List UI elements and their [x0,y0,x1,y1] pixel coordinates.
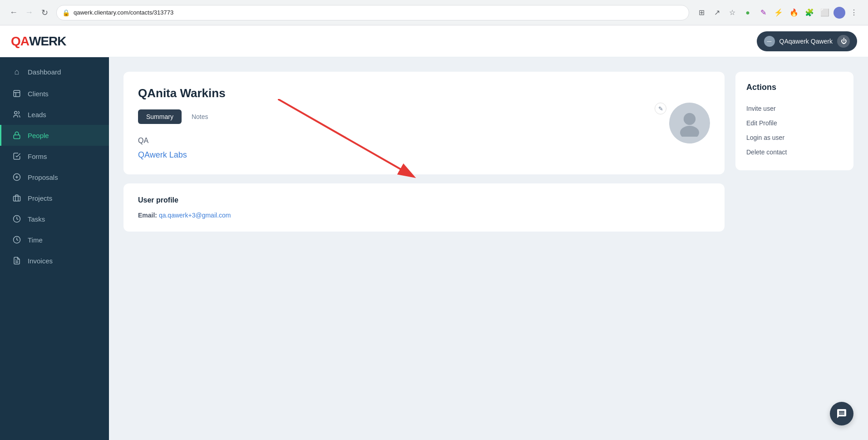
address-bar[interactable]: 🔒 qawerk.clientary.com/contacts/313773 [56,5,689,20]
lock-icon: 🔒 [62,9,70,16]
edit-avatar-button[interactable]: ✎ [655,103,666,114]
dashboard-icon: ⌂ [12,67,21,77]
url-text: qawerk.clientary.com/contacts/313773 [74,9,173,16]
svg-rect-4 [14,135,20,138]
tasks-icon [12,215,21,223]
time-icon [12,236,21,244]
back-button[interactable]: ← [7,6,20,19]
profile-email-field: Email: qa.qawerk+3@gmail.com [138,212,710,219]
nav-buttons: ← → ↻ [7,6,51,19]
sidebar-item-projects[interactable]: Projects [0,188,109,208]
sidebar-label-forms: Forms [28,153,47,160]
sidebar-label-tasks: Tasks [28,215,45,223]
avatar-wrapper: ✎ [655,103,710,143]
email-label: Email: [138,212,157,219]
sidebar-item-proposals[interactable]: Proposals [0,167,109,188]
tab-notes[interactable]: Notes [183,109,217,124]
chat-button[interactable] [830,402,853,425]
sidebar-label-dashboard: Dashboard [28,68,61,76]
profile-avatar-browser[interactable] [833,7,845,19]
svg-rect-8 [14,196,20,201]
screen-share-icon[interactable]: ⊞ [695,6,708,20]
sidebar-label-leads: Leads [28,111,46,119]
profile-name: QAnita Warkins [138,86,710,100]
sidebar-label-projects: Projects [28,194,52,202]
sidebar-label-people: People [28,132,49,139]
sidebar-label-clients: Clients [28,90,49,98]
sidebar-item-dashboard[interactable]: ⌂ Dashboard [0,61,109,83]
sidebar-item-people[interactable]: People [0,125,109,146]
invoices-icon [12,257,21,265]
app-container: QA WERK — QAqawerk Qawerk ⏻ ⌂ Dashboard [0,25,868,440]
sidebar-label-time: Time [28,236,43,244]
browser-chrome: ← → ↻ 🔒 qawerk.clientary.com/contacts/31… [0,0,868,25]
header-right: — QAqawerk Qawerk ⏻ [757,31,857,51]
action-delete-contact[interactable]: Delete contact [746,145,843,159]
user-badge[interactable]: — QAqawerk Qawerk ⏻ [757,31,857,51]
sidebar-item-time[interactable]: Time [0,229,109,250]
projects-icon [12,194,21,202]
extension-icon-4[interactable]: 🔥 [787,6,801,20]
sidebar-label-invoices: Invoices [28,257,53,265]
share-icon[interactable]: ↗ [710,6,724,20]
browser-actions: ⊞ ↗ ☆ ● ✎ ⚡ 🔥 🧩 ⬜ ⋮ [695,6,861,20]
power-button[interactable]: ⏻ [837,35,850,48]
svg-point-3 [15,111,17,114]
bookmark-icon[interactable]: ☆ [725,6,739,20]
menu-icon[interactable]: ⋮ [847,6,861,20]
action-login-as-user[interactable]: Login as user [746,130,843,145]
extension-icon-2[interactable]: ✎ [756,6,770,20]
email-link[interactable]: qa.qawerk+3@gmail.com [159,212,231,219]
forms-icon [12,152,21,160]
profile-tabs: Summary Notes [138,109,710,124]
user-name: QAqawerk Qawerk [779,38,833,45]
logo-werk: WERK [29,34,66,49]
extension-icon-1[interactable]: ● [741,6,755,20]
user-profile-card: User profile Email: qa.qawerk+3@gmail.co… [123,183,725,232]
profile-card: QAnita Warkins Summary Notes QA QAwerk L… [123,72,725,174]
main-layout: ⌂ Dashboard Clients Leads People [0,57,868,440]
action-invite-user[interactable]: Invite user [746,101,843,116]
avatar-initials: — [767,39,772,44]
extension-icon-3[interactable]: ⚡ [772,6,785,20]
tab-search-icon[interactable]: ⬜ [818,6,832,20]
svg-point-14 [680,126,699,137]
clients-icon [12,89,21,98]
profile-role: QA [138,137,710,145]
sidebar: ⌂ Dashboard Clients Leads People [0,57,109,440]
sidebar-label-proposals: Proposals [28,173,58,181]
user-profile-title: User profile [138,196,710,204]
actions-title: Actions [746,83,843,92]
forward-button[interactable]: → [23,6,35,19]
extensions-icon[interactable]: 🧩 [803,6,816,20]
logo[interactable]: QA WERK [11,34,66,49]
main-content: QAnita Warkins Summary Notes QA QAwerk L… [123,72,725,232]
tab-summary[interactable]: Summary [138,109,182,124]
people-icon [12,131,21,139]
actions-panel: Actions Invite user Edit Profile Login a… [735,72,853,170]
user-badge-avatar: — [764,36,775,47]
app-header: QA WERK — QAqawerk Qawerk ⏻ [0,25,868,57]
refresh-button[interactable]: ↻ [38,6,51,19]
sidebar-item-forms[interactable]: Forms [0,146,109,167]
svg-point-13 [684,113,695,125]
svg-rect-0 [14,90,20,97]
profile-company[interactable]: QAwerk Labs [138,150,187,159]
proposals-icon [12,173,21,181]
profile-avatar [669,103,710,143]
action-edit-profile[interactable]: Edit Profile [746,116,843,130]
sidebar-item-invoices[interactable]: Invoices [0,250,109,271]
sidebar-item-tasks[interactable]: Tasks [0,208,109,229]
content-area: QAnita Warkins Summary Notes QA QAwerk L… [109,57,868,440]
sidebar-item-clients[interactable]: Clients [0,83,109,104]
sidebar-item-leads[interactable]: Leads [0,104,109,125]
logo-qa: QA [11,34,29,49]
leads-icon [12,110,21,119]
